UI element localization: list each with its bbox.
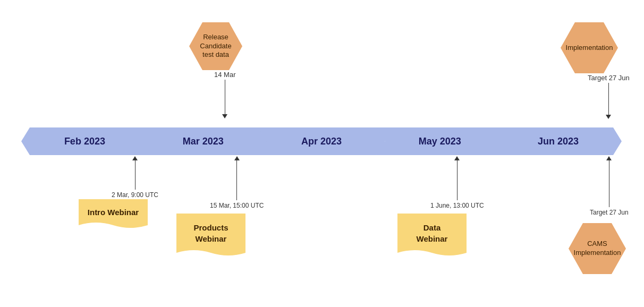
implementation-label: Implementation	[566, 44, 613, 53]
connector-line-impl-above	[608, 83, 609, 115]
timeline-segment-jun: Jun 2023	[495, 127, 622, 155]
implementation-hex: Implementation	[561, 22, 618, 73]
timeline-container: Release Candidate test data 14 Mar Imple…	[0, 0, 644, 307]
intro-webinar-label: Intro Webinar	[88, 208, 139, 217]
data-webinar-label: DataWebinar	[417, 222, 448, 244]
products-webinar-box: ProductsWebinar	[176, 214, 245, 260]
timeline-segment-mar: Mar 2023	[140, 127, 267, 155]
products-webinar-ribbon-bottom	[176, 249, 245, 258]
arrow-down-rc	[222, 114, 227, 118]
release-candidate-date: 14 Mar	[214, 71, 235, 79]
connector-line-products	[236, 160, 237, 200]
products-webinar-label: ProductsWebinar	[193, 222, 228, 244]
arrow-down-impl	[606, 115, 611, 119]
connector-line-cams	[609, 160, 609, 207]
implementation-connector-above: Target 27 Jun	[588, 74, 630, 119]
implementation-date-above: Target 27 Jun	[588, 74, 630, 82]
arrow-up-products	[234, 156, 240, 160]
arrow-up-data	[454, 156, 460, 160]
connector-line-rc	[225, 80, 225, 114]
release-candidate-connector: 14 Mar	[214, 71, 235, 118]
cams-implementation-hex: CAMSImplementation	[569, 223, 626, 274]
connector-line-data	[457, 160, 457, 200]
release-candidate-hex: Release Candidate test data	[189, 22, 242, 70]
data-webinar-connector: 1 June, 13:00 UTC	[430, 156, 484, 212]
data-webinar-ribbon-bottom	[397, 249, 467, 258]
cams-connector: Target 27 Jun	[590, 156, 629, 219]
intro-webinar-ribbon-bottom	[79, 221, 148, 231]
cams-date: Target 27 Jun	[590, 209, 629, 216]
products-webinar-connector: 15 Mar, 15:00 UTC	[210, 156, 264, 212]
products-webinar-date: 15 Mar, 15:00 UTC	[210, 202, 264, 209]
data-webinar-date: 1 June, 13:00 UTC	[430, 202, 484, 209]
timeline-segment-may: May 2023	[376, 127, 503, 155]
cams-implementation-label: CAMSImplementation	[574, 240, 621, 258]
timeline-segment-apr: Apr 2023	[258, 127, 385, 155]
arrow-up-cams	[606, 156, 612, 160]
timeline-bar: Feb 2023 Mar 2023 Apr 2023 May 2023 Jun …	[21, 127, 622, 155]
intro-webinar-box: Intro Webinar	[79, 199, 148, 233]
products-webinar-body: ProductsWebinar	[176, 214, 245, 249]
intro-webinar-date: 2 Mar, 9:00 UTC	[112, 191, 158, 199]
intro-webinar-connector: 2 Mar, 9:00 UTC	[112, 156, 158, 202]
data-webinar-body: DataWebinar	[397, 214, 467, 249]
data-webinar-box: DataWebinar	[397, 214, 467, 260]
timeline-segment-feb: Feb 2023	[21, 127, 148, 155]
intro-webinar-body: Intro Webinar	[79, 199, 148, 221]
connector-line-intro	[135, 160, 135, 190]
release-candidate-label: Release Candidate test data	[200, 33, 231, 60]
arrow-up-intro	[132, 156, 138, 160]
